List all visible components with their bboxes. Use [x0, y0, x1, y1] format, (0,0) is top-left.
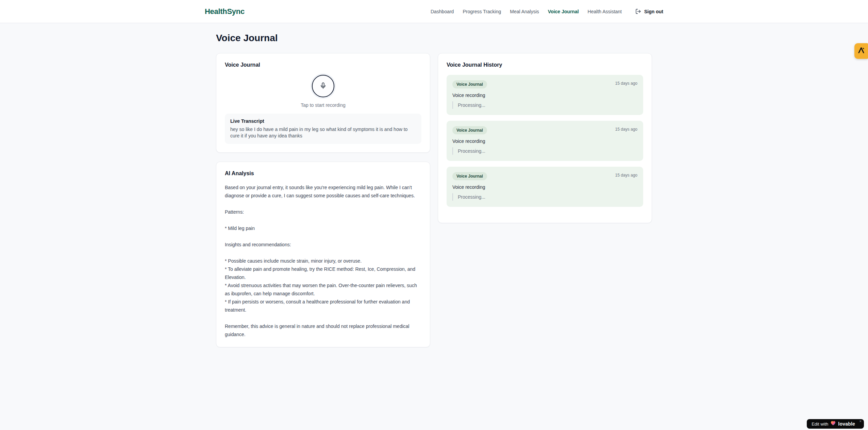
- voice-journal-history-card: Voice Journal History Voice Journal 15 d…: [438, 53, 652, 223]
- entry-type-badge: Voice Journal: [452, 126, 487, 134]
- logout-icon: [635, 9, 641, 14]
- lovable-brand-label: lovable: [838, 421, 855, 427]
- entry-title: Voice recording: [452, 184, 637, 190]
- voice-recorder-card: Voice Journal Tap to start recording: [216, 53, 430, 153]
- side-widget-tab[interactable]: [854, 43, 868, 59]
- analysis-paragraph: Patterns:: [225, 208, 421, 216]
- edit-with-label: Edit with: [812, 421, 828, 427]
- entry-status: Processing...: [452, 193, 637, 201]
- top-navbar: HealthSync Dashboard Progress Tracking M…: [0, 0, 868, 23]
- entry-status: Processing...: [452, 101, 637, 109]
- nav-progress-tracking[interactable]: Progress Tracking: [463, 9, 501, 14]
- entry-timestamp: 15 days ago: [615, 80, 637, 86]
- page-title: Voice Journal: [216, 33, 652, 44]
- primary-nav: Dashboard Progress Tracking Meal Analysi…: [431, 9, 663, 14]
- live-transcript-text: hey so like I do have a mild pain in my …: [230, 126, 416, 139]
- close-icon[interactable]: ×: [859, 419, 862, 423]
- ai-analysis-text: Based on your journal entry, it sounds l…: [225, 183, 421, 338]
- main-content: Voice Journal Voice Journal: [216, 23, 652, 347]
- nav-meal-analysis[interactable]: Meal Analysis: [510, 9, 539, 14]
- nav-health-assistant[interactable]: Health Assistant: [588, 9, 622, 14]
- microphone-icon: [319, 82, 327, 90]
- navbar-inner: HealthSync Dashboard Progress Tracking M…: [205, 7, 663, 16]
- recorder-card-title: Voice Journal: [225, 62, 421, 68]
- live-transcript-box: Live Transcript hey so like I do have a …: [225, 114, 421, 144]
- history-entry[interactable]: Voice Journal 15 days ago Voice recordin…: [447, 167, 643, 207]
- history-entry[interactable]: Voice Journal 15 days ago Voice recordin…: [447, 75, 643, 115]
- entry-type-badge: Voice Journal: [452, 80, 487, 88]
- entry-header: Voice Journal 15 days ago: [452, 80, 637, 88]
- brand-logo[interactable]: HealthSync: [205, 7, 245, 16]
- live-transcript-heading: Live Transcript: [230, 118, 416, 124]
- entry-timestamp: 15 days ago: [615, 172, 637, 178]
- entry-status: Processing...: [452, 147, 637, 155]
- analysis-paragraph: Based on your journal entry, it sounds l…: [225, 183, 421, 200]
- analysis-paragraph: * Mild leg pain: [225, 224, 421, 232]
- analysis-paragraph: Insights and recommendations:: [225, 241, 421, 249]
- recorder-body: Tap to start recording Live Transcript h…: [225, 75, 421, 144]
- record-button[interactable]: [312, 75, 334, 97]
- right-column: Voice Journal History Voice Journal 15 d…: [438, 53, 652, 223]
- entry-timestamp: 15 days ago: [615, 126, 637, 132]
- nav-voice-journal[interactable]: Voice Journal: [548, 9, 579, 14]
- left-column: Voice Journal Tap to start recording: [216, 53, 430, 347]
- sign-out-label: Sign out: [644, 9, 663, 14]
- ai-analysis-card: AI Analysis Based on your journal entry,…: [216, 162, 430, 347]
- entry-header: Voice Journal 15 days ago: [452, 172, 637, 180]
- tap-to-record-hint: Tap to start recording: [301, 102, 346, 108]
- entry-title: Voice recording: [452, 93, 637, 98]
- content-columns: Voice Journal Tap to start recording: [216, 53, 652, 347]
- analysis-paragraph: * Possible causes include muscle strain,…: [225, 257, 421, 314]
- history-list: Voice Journal 15 days ago Voice recordin…: [447, 75, 643, 207]
- amber-peak-logo-icon: [857, 46, 865, 56]
- edit-with-lovable-badge[interactable]: Edit with lovable ×: [807, 419, 864, 429]
- history-entry[interactable]: Voice Journal 15 days ago Voice recordin…: [447, 121, 643, 161]
- history-card-title: Voice Journal History: [447, 62, 643, 68]
- entry-type-badge: Voice Journal: [452, 172, 487, 180]
- entry-title: Voice recording: [452, 138, 637, 144]
- ai-analysis-title: AI Analysis: [225, 170, 421, 177]
- entry-header: Voice Journal 15 days ago: [452, 126, 637, 134]
- gradient-heart-icon: [831, 421, 836, 427]
- sign-out-button[interactable]: Sign out: [635, 9, 663, 14]
- nav-dashboard[interactable]: Dashboard: [431, 9, 454, 14]
- analysis-paragraph: Remember, this advice is general in natu…: [225, 322, 421, 338]
